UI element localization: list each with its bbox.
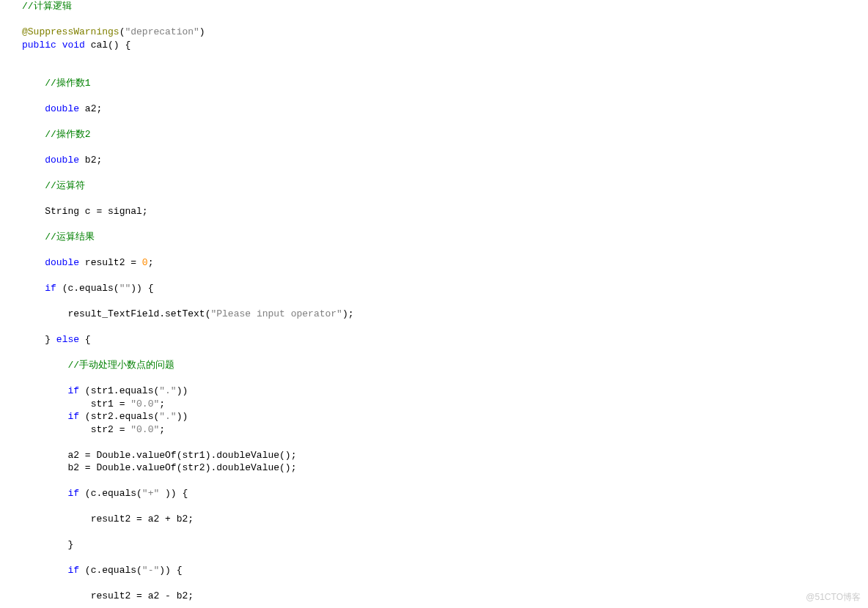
comment-op2: //操作数2 [45, 129, 90, 140]
str-please: "Please input operator" [210, 308, 342, 319]
semi: ; [159, 424, 165, 435]
str-dot: "." [159, 411, 176, 422]
parens: () [108, 40, 119, 51]
settext-close: ); [342, 308, 354, 319]
semi: ; [148, 257, 154, 268]
kw-double: double [45, 103, 79, 114]
decl-c: String c = signal; [45, 206, 147, 217]
cond: (c.equals( [79, 488, 142, 499]
semi: ; [159, 398, 165, 409]
brace: { [79, 334, 91, 345]
b2-valueOf: b2 = Double.valueOf(str2).doubleValue(); [67, 462, 296, 473]
cond-close: )) [177, 385, 188, 396]
comment-oper: //运算符 [45, 180, 85, 191]
decl-b2: b2; [79, 155, 102, 166]
decl-result2: result2 = [79, 257, 142, 268]
settext-call: result_TextField.setText( [67, 308, 210, 319]
comment-header: //计算逻辑 [22, 1, 72, 12]
num-zero: 0 [142, 257, 148, 268]
brace-close: } [67, 539, 73, 550]
kw-if: if [67, 488, 79, 499]
fn-name: cal [85, 40, 108, 51]
str-plus: "+" [142, 488, 159, 499]
str-zerozero: "0.0" [130, 424, 159, 435]
result-sub: result2 = a2 - b2; [91, 590, 194, 601]
paren: ) [199, 26, 205, 37]
kw-void: void [62, 40, 85, 51]
assign-str1: str1 = [91, 398, 131, 409]
str-dot: "." [159, 385, 176, 396]
cond-close: )) [177, 411, 188, 422]
annotation-name: @SuppressWarnings [22, 26, 119, 37]
a2-valueOf: a2 = Double.valueOf(str1).doubleValue(); [67, 450, 296, 461]
str-minus: "-" [142, 565, 159, 576]
cond: (c.equals( [79, 565, 142, 576]
comment-result: //运算结果 [45, 231, 95, 242]
kw-double: double [45, 155, 79, 166]
cond: (c.equals( [56, 283, 119, 294]
kw-if: if [67, 385, 79, 396]
decl-a2: a2; [79, 103, 102, 114]
cond-close: )) { [159, 488, 188, 499]
watermark: @51CTO博客 [806, 591, 861, 604]
str-zerozero: "0.0" [130, 398, 159, 409]
kw-else: else [56, 334, 79, 345]
kw-if: if [67, 565, 79, 576]
kw-double: double [45, 257, 79, 268]
kw-if: if [67, 411, 79, 422]
kw-if: if [45, 283, 56, 294]
assign-str2: str2 = [91, 424, 131, 435]
comment-manual: //手动处理小数点的问题 [67, 360, 174, 371]
cond: (str2.equals( [79, 411, 159, 422]
cond-close: )) { [159, 565, 182, 576]
cond: (str1.equals( [79, 385, 159, 396]
kw-public: public [22, 40, 56, 51]
cond-close: )) { [130, 283, 153, 294]
brace-close: } [45, 334, 51, 345]
result-add: result2 = a2 + b2; [91, 514, 194, 524]
annotation-arg: "deprecation" [125, 26, 199, 37]
brace: { [119, 40, 131, 51]
code-block: //计算逻辑 @SuppressWarnings("deprecation") … [0, 0, 868, 603]
comment-op1: //操作数1 [45, 78, 90, 89]
str-empty: "" [119, 283, 131, 294]
